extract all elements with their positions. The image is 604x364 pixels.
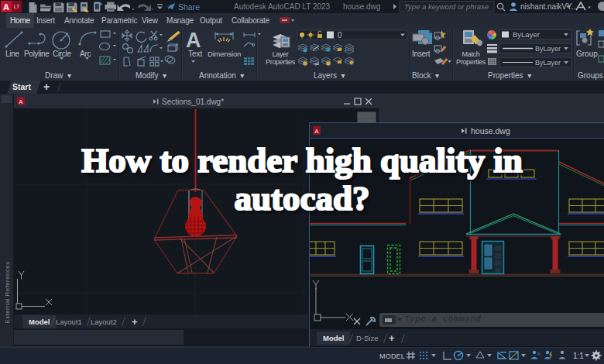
svg-text:1:1: 1:1 — [573, 352, 584, 360]
svg-text:A: A — [3, 2, 9, 12]
svg-text:A: A — [186, 29, 201, 52]
svg-text:ByLayer: ByLayer — [535, 59, 561, 67]
svg-text:o: o — [537, 351, 541, 355]
svg-text:LT: LT — [14, 4, 19, 9]
svg-text:ByLayer: ByLayer — [513, 30, 540, 39]
svg-text:A: A — [19, 98, 23, 105]
svg-text:house.dwg: house.dwg — [343, 2, 380, 11]
svg-text:house.dwg: house.dwg — [471, 126, 510, 136]
svg-text:ByLayer: ByLayer — [535, 45, 561, 53]
svg-text:Share: Share — [178, 2, 200, 12]
svg-text:Type a keyword or phrase: Type a keyword or phrase — [404, 2, 489, 11]
svg-text:A: A — [314, 128, 319, 135]
svg-text:Group: Group — [576, 50, 598, 58]
svg-text:Dimension: Dimension — [208, 50, 241, 58]
svg-text:Text: Text — [188, 50, 203, 58]
svg-text:Sections_01.dwg*: Sections_01.dwg* — [162, 98, 224, 106]
svg-text:0: 0 — [338, 31, 342, 39]
svg-text:Autodesk AutoCAD LT 2023: Autodesk AutoCAD LT 2023 — [234, 2, 331, 11]
svg-text:MODEL: MODEL — [379, 352, 405, 360]
